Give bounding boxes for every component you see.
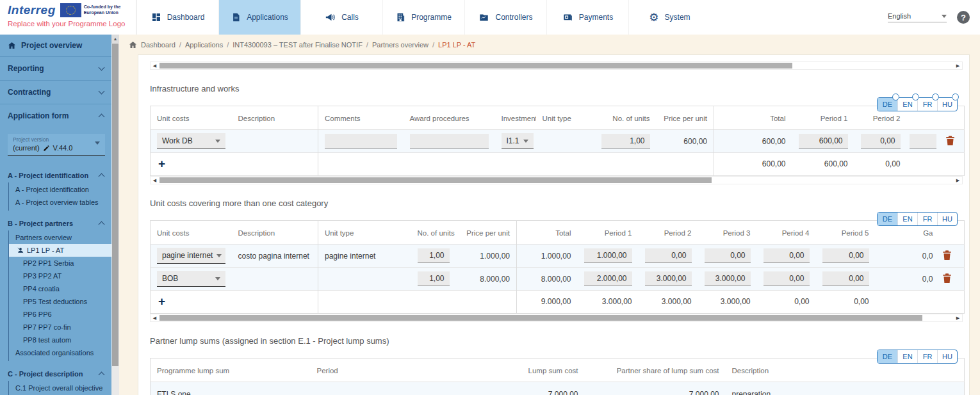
scroll-right-arrow-icon[interactable]: ▶: [954, 62, 962, 69]
sidebar-item-pp3[interactable]: PP3 PP2 AT: [9, 270, 111, 282]
sidebar-item-pp4[interactable]: PP4 croatia: [9, 282, 111, 295]
sidebar-item-project-overview[interactable]: Project overview: [0, 35, 111, 57]
sidebar-scrollbar-thumb[interactable]: [112, 44, 118, 366]
scroll-right-arrow-icon[interactable]: ▶: [954, 314, 962, 321]
chevron-down-icon: [216, 254, 222, 257]
breadcrumb-applications[interactable]: Applications: [185, 41, 223, 49]
sidebar-item-pp2[interactable]: PP2 PP1 Serbia: [9, 257, 111, 270]
scroll-right-arrow-icon[interactable]: ▶: [954, 177, 962, 184]
breadcrumb-partners-overview[interactable]: Partners overview: [372, 41, 429, 49]
unit-cost-select[interactable]: BOB: [157, 271, 225, 287]
period-1-input[interactable]: 2.000,00: [584, 271, 632, 286]
sidebar-item-associated-organisations[interactable]: Associated organisations: [9, 346, 111, 359]
sidebar-scrollbar[interactable]: ▲: [111, 35, 119, 395]
scroll-left-arrow-icon[interactable]: ◀: [151, 62, 159, 69]
sidebar-item-partners-overview[interactable]: Partners overview: [9, 231, 111, 244]
breadcrumb-dashboard[interactable]: Dashboard: [141, 41, 176, 49]
language-select[interactable]: English: [888, 12, 947, 22]
period-1-input[interactable]: 1.000,00: [584, 248, 632, 263]
unit-cost-select[interactable]: pagine internet: [157, 248, 225, 264]
lang-tab-fr[interactable]: FR: [917, 213, 937, 225]
nav-system[interactable]: ⚙ System: [628, 0, 710, 35]
award-procedures-input[interactable]: [410, 134, 489, 149]
period-1-input[interactable]: 600,00: [799, 134, 848, 149]
nav-programme[interactable]: Programme: [382, 0, 464, 35]
sidebar-item-section-a[interactable]: A - Project identification: [0, 169, 111, 182]
nav-controllers[interactable]: Controllers: [464, 0, 546, 35]
lang-tab-de[interactable]: DE: [878, 98, 897, 111]
lang-tab-hu[interactable]: HU: [937, 350, 957, 363]
lang-tab-de[interactable]: DE: [878, 213, 897, 225]
sidebar-item-a-identification[interactable]: A - Project identification: [9, 183, 111, 196]
comments-input[interactable]: [325, 134, 397, 149]
sidebar-item-contracting[interactable]: Contracting: [0, 81, 111, 104]
delete-row-button[interactable]: [945, 135, 955, 148]
unit-cost-select[interactable]: Work DB: [157, 133, 225, 149]
infrastructure-horizontal-scrollbar[interactable]: ◀ ▶: [150, 176, 963, 184]
sidebar-item-pp6[interactable]: PP6 PP6: [9, 308, 111, 321]
period-2-input[interactable]: 0,00: [645, 248, 692, 263]
add-row: + 600,00 600,00 0,00: [151, 153, 965, 176]
breadcrumb-project[interactable]: INT4300093 – TEST after Finalise NOTIF: [233, 41, 363, 49]
sidebar-item-pp7[interactable]: PP7 PP7 co-fin: [9, 321, 111, 334]
investment-select[interactable]: I1.1: [502, 133, 534, 149]
nav-payments[interactable]: Payments: [546, 0, 628, 35]
period-3-input[interactable]: 3.000,00: [705, 271, 751, 286]
delete-row-button[interactable]: [942, 250, 952, 262]
sidebar-item-section-b[interactable]: B - Project partners: [0, 217, 111, 230]
lang-tab-fr[interactable]: FR: [917, 350, 937, 363]
lang-tab-fr[interactable]: FR: [917, 98, 937, 111]
description-cell: [232, 130, 318, 153]
lang-tab-hu[interactable]: HU: [937, 213, 957, 225]
nav-calls[interactable]: Calls: [300, 0, 382, 35]
multi-category-horizontal-scrollbar[interactable]: ◀ ▶: [150, 314, 963, 322]
no-of-units-input[interactable]: 1,00: [601, 134, 650, 149]
scroll-left-arrow-icon[interactable]: ◀: [151, 177, 159, 184]
lang-tab-en[interactable]: EN: [897, 350, 917, 363]
scroll-up-arrow-icon[interactable]: ▲: [111, 35, 119, 43]
sidebar-item-c1[interactable]: C.1 Project overall objective: [9, 382, 111, 394]
eu-flag-icon: [60, 3, 81, 17]
scrollbar-thumb[interactable]: [159, 63, 792, 69]
top-horizontal-scrollbar[interactable]: ◀ ▶: [150, 61, 963, 70]
nav-applications[interactable]: Applications: [218, 0, 300, 35]
lang-tab-en[interactable]: EN: [897, 98, 917, 111]
sidebar-section-b: B - Project partners Partners overview L…: [0, 213, 111, 363]
sidebar-item-a-overview-tables[interactable]: A - Project overview tables: [9, 196, 111, 209]
lang-tab-en[interactable]: EN: [897, 213, 917, 225]
project-version-select[interactable]: Project version (current) V.44.0: [8, 134, 105, 156]
nav-label: Programme: [411, 13, 452, 22]
lang-tab-de[interactable]: DE: [878, 350, 897, 363]
nav-dashboard[interactable]: Dashboard: [136, 0, 218, 35]
period-5-input[interactable]: 0,00: [822, 271, 869, 286]
sidebar-item-reporting[interactable]: Reporting: [0, 57, 111, 81]
delete-row-button[interactable]: [942, 273, 952, 286]
nav-label: Calls: [341, 13, 359, 22]
add-unit-cost-button[interactable]: +: [157, 157, 167, 170]
scrollbar-thumb[interactable]: [159, 177, 712, 183]
nav-label: System: [665, 13, 690, 22]
period-2-input[interactable]: 3.000,00: [645, 271, 692, 286]
period-3-input[interactable]: 0,00: [705, 248, 751, 263]
trash-icon: [945, 135, 955, 146]
period-2-input[interactable]: 0,00: [861, 134, 901, 149]
sidebar-item-pp8[interactable]: PP8 test autom: [9, 334, 111, 346]
no-of-units-input[interactable]: 1,00: [418, 271, 450, 286]
breadcrumb-separator: /: [227, 41, 229, 49]
sidebar-item-lp1[interactable]: LP1 LP - AT: [9, 244, 111, 257]
lang-tab-hu[interactable]: HU: [937, 98, 957, 111]
period-4-input[interactable]: 0,00: [764, 271, 810, 286]
add-unit-cost-button[interactable]: +: [157, 295, 167, 307]
help-icon[interactable]: ?: [957, 11, 970, 24]
scroll-left-arrow-icon[interactable]: ◀: [151, 314, 159, 321]
sidebar-item-application-form[interactable]: Application form: [0, 104, 111, 127]
price-per-unit-cell: 8.000,00: [456, 268, 517, 291]
period-4-input[interactable]: 0,00: [764, 248, 810, 263]
scrollbar-thumb[interactable]: [159, 315, 922, 321]
period-3-input[interactable]: [910, 134, 936, 149]
period-5-input[interactable]: 0,00: [822, 248, 869, 263]
section-title-multi-category: Unit costs covering more than one cost c…: [150, 198, 963, 208]
no-of-units-input[interactable]: 1,00: [418, 248, 450, 263]
sidebar-item-section-c[interactable]: C - Project description: [0, 367, 111, 381]
sidebar-item-pp5[interactable]: PP5 Test deductions: [9, 295, 111, 308]
